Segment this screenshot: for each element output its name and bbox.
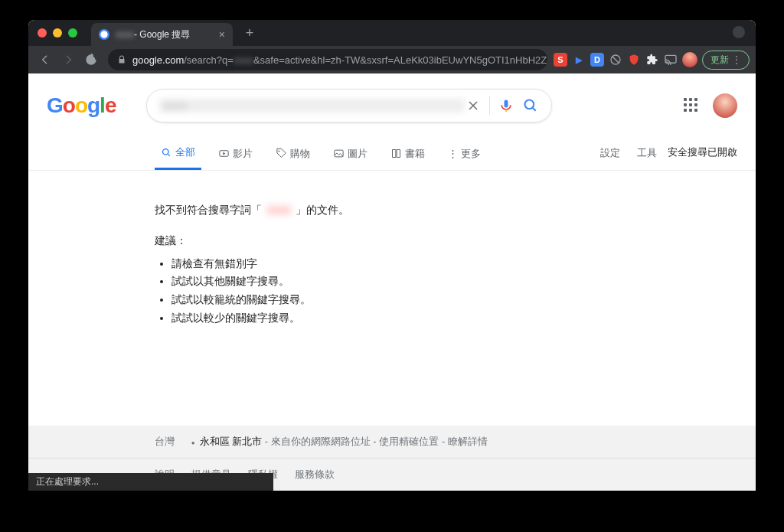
ext-icon-shield[interactable] bbox=[627, 53, 641, 67]
tools-link[interactable]: 工具 bbox=[637, 146, 657, 160]
suggestions-list: 請檢查有無錯別字 試試以其他關鍵字搜尋。 試試以較籠統的關鍵字搜尋。 試試以較少… bbox=[155, 255, 756, 328]
window-controls bbox=[34, 28, 77, 38]
tab-overflow-icon[interactable] bbox=[733, 26, 745, 38]
voice-search-icon[interactable] bbox=[498, 97, 514, 114]
video-icon bbox=[218, 148, 230, 159]
no-results-suffix: 」的文件。 bbox=[296, 204, 349, 216]
footer-location: 永和區 新北市 bbox=[191, 436, 262, 447]
header-right bbox=[684, 93, 737, 118]
results-area: 找不到符合搜尋字詞「 xxxx 」的文件。 建議： 請檢查有無錯別字 試試以其他… bbox=[28, 171, 756, 328]
lock-icon bbox=[117, 55, 126, 64]
extension-icons: S ▶ D 更新⋮ bbox=[554, 51, 750, 70]
footer-location-row: 台灣 永和區 新北市 - 來自你的網際網路位址 - 使用精確位置 - 瞭解詳情 bbox=[28, 426, 756, 459]
back-button[interactable] bbox=[34, 49, 56, 70]
use-precise-location-link[interactable]: 使用精確位置 bbox=[379, 436, 439, 447]
safesearch-label: 安全搜尋已開啟 bbox=[668, 145, 737, 159]
tab-title-redacted: xxxx bbox=[116, 29, 134, 40]
footer-location-note: - 來自你的網際網路位址 - bbox=[265, 436, 380, 447]
update-button[interactable]: 更新⋮ bbox=[702, 51, 750, 70]
tab-more[interactable]: ⋮ 更多 bbox=[442, 138, 487, 169]
close-window-button[interactable] bbox=[38, 28, 47, 38]
no-results-term-redacted: xxxx bbox=[265, 204, 292, 216]
learn-more-link[interactable]: 瞭解詳情 bbox=[448, 436, 488, 447]
browser-toolbar: google.com /search?q= xxxx &safe=active&… bbox=[28, 46, 756, 73]
tab-videos[interactable]: 影片 bbox=[212, 138, 259, 169]
suggestion-item: 試試以較籠統的關鍵字搜尋。 bbox=[172, 291, 756, 309]
account-avatar[interactable] bbox=[713, 93, 737, 118]
svg-rect-8 bbox=[335, 150, 343, 157]
maximize-window-button[interactable] bbox=[68, 28, 77, 38]
tab-videos-label: 影片 bbox=[233, 147, 253, 161]
address-bar[interactable]: google.com /search?q= xxxx &safe=active&… bbox=[108, 49, 547, 70]
close-tab-button[interactable]: × bbox=[219, 28, 225, 41]
search-divider bbox=[489, 96, 490, 115]
minimize-window-button[interactable] bbox=[53, 28, 62, 38]
cast-icon[interactable] bbox=[664, 53, 678, 67]
titlebar: xxxx - Google 搜尋 × + bbox=[28, 20, 756, 46]
more-dots-icon: ⋮ bbox=[448, 148, 458, 159]
suggestions-title: 建議： bbox=[155, 232, 756, 250]
extensions-puzzle-icon[interactable] bbox=[645, 53, 659, 67]
forward-button[interactable] bbox=[57, 49, 79, 70]
no-results-prefix: 找不到符合搜尋字詞「 bbox=[155, 204, 262, 216]
svg-point-5 bbox=[163, 149, 169, 155]
ext-icon-s[interactable]: S bbox=[554, 53, 567, 67]
svg-rect-3 bbox=[505, 100, 508, 108]
google-logo[interactable]: Google bbox=[47, 93, 116, 118]
search-input-redacted[interactable]: xxxx bbox=[159, 99, 465, 113]
ext-icon-block[interactable] bbox=[609, 53, 622, 67]
search-header: Google xxxx bbox=[28, 73, 756, 122]
tab-books[interactable]: 書籍 bbox=[384, 138, 431, 169]
suggestion-item: 試試以較少的關鍵字搜尋。 bbox=[172, 309, 756, 328]
tab-more-label: 更多 bbox=[461, 147, 481, 161]
ext-icon-d[interactable]: D bbox=[590, 53, 604, 67]
svg-point-4 bbox=[525, 100, 534, 109]
image-icon bbox=[333, 148, 345, 159]
url-query-redacted: xxxx bbox=[234, 54, 253, 66]
clear-search-icon[interactable] bbox=[465, 97, 482, 114]
reload-button[interactable] bbox=[80, 49, 102, 70]
tab-shopping-label: 購物 bbox=[290, 147, 310, 161]
url-path-suffix: &safe=active&hl=zh-TW&sxsrf=ALeKk03ibEUw… bbox=[253, 54, 547, 66]
profile-avatar-icon[interactable] bbox=[682, 52, 697, 67]
terms-link[interactable]: 服務條款 bbox=[295, 468, 335, 481]
svg-point-7 bbox=[278, 150, 279, 152]
suggestion-item: 請檢查有無錯別字 bbox=[172, 255, 756, 273]
tab-all-label: 全部 bbox=[175, 145, 195, 159]
search-submit-icon[interactable] bbox=[522, 97, 539, 114]
settings-link[interactable]: 設定 bbox=[600, 146, 620, 160]
browser-status-bar: 正在處理要求... bbox=[28, 473, 273, 491]
new-tab-button[interactable]: + bbox=[240, 24, 259, 42]
suggestion-item: 試試以其他關鍵字搜尋。 bbox=[172, 273, 756, 291]
search-tabs: 全部 影片 購物 圖片 書籍 ⋮ 更多 設定 bbox=[28, 136, 756, 171]
tab-books-label: 書籍 bbox=[405, 147, 425, 161]
search-icon bbox=[161, 147, 172, 158]
tab-images-label: 圖片 bbox=[348, 147, 368, 161]
tab-title-suffix: - Google 搜尋 bbox=[134, 28, 190, 41]
tag-icon bbox=[276, 148, 287, 159]
tab-all[interactable]: 全部 bbox=[155, 136, 201, 170]
search-box[interactable]: xxxx bbox=[146, 89, 552, 122]
browser-tab[interactable]: xxxx - Google 搜尋 × bbox=[91, 23, 233, 46]
url-domain: google.com bbox=[132, 54, 184, 66]
google-favicon bbox=[99, 29, 109, 40]
tab-shopping[interactable]: 購物 bbox=[270, 138, 316, 169]
book-icon bbox=[390, 148, 402, 159]
ext-icon-play[interactable]: ▶ bbox=[572, 53, 586, 67]
google-apps-icon[interactable] bbox=[684, 98, 699, 113]
footer-country: 台灣 bbox=[155, 436, 175, 447]
page-content: Google xxxx 全部 影片 bbox=[28, 73, 756, 491]
browser-window: xxxx - Google 搜尋 × + google.com /search?… bbox=[28, 20, 756, 491]
tab-images[interactable]: 圖片 bbox=[327, 138, 374, 169]
no-results-message: 找不到符合搜尋字詞「 xxxx 」的文件。 bbox=[155, 201, 756, 220]
url-path-prefix: /search?q= bbox=[184, 54, 234, 66]
